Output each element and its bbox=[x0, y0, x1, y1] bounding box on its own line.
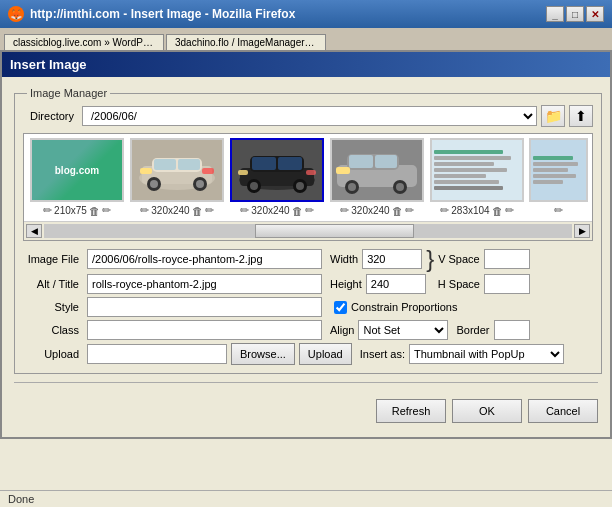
border-label: Border bbox=[456, 324, 489, 336]
svg-point-9 bbox=[196, 180, 204, 188]
delete-icon-2[interactable]: 🗑 bbox=[192, 205, 203, 217]
alt-title-row: Alt / Title Height H Space bbox=[23, 274, 593, 294]
height-label: Height bbox=[330, 278, 362, 290]
image-thumb-6[interactable] bbox=[529, 138, 588, 202]
maximize-button[interactable]: □ bbox=[566, 6, 584, 22]
upload-label: Upload bbox=[23, 348, 83, 360]
browser-titlebar: 🦊 http://imthi.com - Insert Image - Mozi… bbox=[0, 0, 612, 28]
vspace-input[interactable] bbox=[484, 249, 530, 269]
image-meta-6: ✏ bbox=[554, 204, 563, 217]
image-size-4: 320x240 bbox=[351, 205, 389, 216]
image-thumb-3[interactable] bbox=[230, 138, 324, 202]
group-box-legend: Image Manager bbox=[27, 87, 110, 99]
refresh-button[interactable]: Refresh bbox=[376, 399, 446, 423]
dialog-titlebar: Insert Image bbox=[2, 52, 610, 77]
pencil2-icon-3[interactable]: ✏ bbox=[305, 204, 314, 217]
bottom-buttons: Refresh OK Cancel bbox=[14, 393, 598, 427]
delete-icon-1[interactable]: 🗑 bbox=[89, 205, 100, 217]
pencil2-icon-1[interactable]: ✏ bbox=[102, 204, 111, 217]
image-manager-groupbox: Image Manager Directory /2006/06/ 📁 ⬆ bbox=[14, 87, 602, 374]
class-input[interactable] bbox=[87, 320, 322, 340]
dialog: Insert Image Image Manager Directory /20… bbox=[0, 50, 612, 439]
align-select[interactable]: Not Set Left Right Top Middle Bottom bbox=[358, 320, 448, 340]
image-thumb-4[interactable] bbox=[330, 138, 424, 202]
ok-button[interactable]: OK bbox=[452, 399, 522, 423]
svg-rect-4 bbox=[154, 159, 176, 170]
firefox-icon: 🦊 bbox=[8, 6, 24, 22]
svg-point-21 bbox=[296, 182, 304, 190]
thumb-car1 bbox=[132, 140, 222, 200]
upload-row: Upload Browse... Upload Insert as: Thumb… bbox=[23, 343, 593, 365]
alt-title-input[interactable] bbox=[87, 274, 322, 294]
pencil2-icon-5[interactable]: ✏ bbox=[505, 204, 514, 217]
width-label: Width bbox=[330, 253, 358, 265]
width-input[interactable] bbox=[362, 249, 422, 269]
pencil-icon-2[interactable]: ✏ bbox=[140, 204, 149, 217]
pencil-icon-1[interactable]: ✏ bbox=[43, 204, 52, 217]
upload-icon-btn[interactable]: ⬆ bbox=[569, 105, 593, 127]
constrain-checkbox[interactable] bbox=[334, 301, 347, 314]
svg-point-19 bbox=[250, 182, 258, 190]
browse-button[interactable]: Browse... bbox=[231, 343, 295, 365]
tab-1[interactable]: classicblog.live.com » WordPress Plugin … bbox=[4, 34, 164, 50]
thumb-green: blog.com bbox=[32, 140, 122, 200]
minimize-button[interactable]: _ bbox=[546, 6, 564, 22]
svg-point-32 bbox=[396, 183, 404, 191]
scroll-track[interactable] bbox=[44, 224, 572, 238]
style-input[interactable] bbox=[87, 297, 322, 317]
svg-rect-28 bbox=[375, 155, 397, 168]
dialog-content: Image Manager Directory /2006/06/ 📁 ⬆ bbox=[2, 77, 610, 437]
hspace-input[interactable] bbox=[484, 274, 530, 294]
scroll-left-button[interactable]: ◀ bbox=[26, 224, 42, 238]
image-thumb-1[interactable]: blog.com bbox=[30, 138, 124, 202]
pencil2-icon-2[interactable]: ✏ bbox=[205, 204, 214, 217]
browser-title: http://imthi.com - Insert Image - Mozill… bbox=[30, 7, 295, 21]
separator bbox=[14, 382, 598, 383]
folder-icon-btn[interactable]: 📁 bbox=[541, 105, 565, 127]
svg-rect-23 bbox=[306, 170, 316, 175]
height-input[interactable] bbox=[366, 274, 426, 294]
list-item[interactable]: ✏ 320x240 🗑 ✏ bbox=[328, 138, 426, 217]
delete-icon-4[interactable]: 🗑 bbox=[392, 205, 403, 217]
image-meta-1: ✏ 210x75 🗑 ✏ bbox=[43, 204, 111, 217]
image-gallery: blog.com ✏ 210x75 🗑 ✏ bbox=[23, 133, 593, 241]
class-label: Class bbox=[23, 324, 83, 336]
image-file-input[interactable] bbox=[87, 249, 322, 269]
list-item[interactable]: blog.com ✏ 210x75 🗑 ✏ bbox=[28, 138, 126, 217]
directory-label: Directory bbox=[23, 110, 78, 122]
delete-icon-3[interactable]: 🗑 bbox=[292, 205, 303, 217]
tab-2[interactable]: 3dachino.flo / ImageManager 2.0 bbox=[166, 34, 326, 50]
constrain-label: Constrain Proportions bbox=[351, 301, 457, 313]
svg-rect-10 bbox=[140, 168, 152, 174]
bracket: } bbox=[426, 247, 434, 271]
pencil-icon-3[interactable]: ✏ bbox=[240, 204, 249, 217]
image-thumb-2[interactable] bbox=[130, 138, 224, 202]
list-item[interactable]: ✏ bbox=[528, 138, 588, 217]
cancel-button[interactable]: Cancel bbox=[528, 399, 598, 423]
close-button[interactable]: ✕ bbox=[586, 6, 604, 22]
directory-select[interactable]: /2006/06/ bbox=[82, 106, 537, 126]
hspace-label: H Space bbox=[438, 278, 480, 290]
statusbar-text: Done bbox=[8, 493, 34, 505]
scroll-thumb[interactable] bbox=[255, 224, 413, 238]
svg-point-30 bbox=[348, 183, 356, 191]
svg-rect-33 bbox=[336, 167, 350, 174]
image-meta-3: ✏ 320x240 🗑 ✏ bbox=[240, 204, 313, 217]
image-thumb-5[interactable] bbox=[430, 138, 524, 202]
list-item[interactable]: ✏ 320x240 🗑 ✏ bbox=[128, 138, 226, 217]
insert-as-select[interactable]: Thumbnail with PopUp Full Image Link onl… bbox=[409, 344, 564, 364]
delete-icon-5[interactable]: 🗑 bbox=[492, 205, 503, 217]
upload-button[interactable]: Upload bbox=[299, 343, 352, 365]
list-item[interactable]: ✏ 283x104 🗑 ✏ bbox=[428, 138, 526, 217]
border-input[interactable] bbox=[494, 320, 530, 340]
image-size-1: 210x75 bbox=[54, 205, 87, 216]
pencil-icon-6[interactable]: ✏ bbox=[554, 204, 563, 217]
list-item[interactable]: ✏ 320x240 🗑 ✏ bbox=[228, 138, 326, 217]
pencil-icon-4[interactable]: ✏ bbox=[340, 204, 349, 217]
gallery-scrollbar: ◀ ▶ bbox=[24, 221, 592, 240]
scroll-right-button[interactable]: ▶ bbox=[574, 224, 590, 238]
pencil2-icon-4[interactable]: ✏ bbox=[405, 204, 414, 217]
svg-rect-27 bbox=[349, 155, 373, 168]
upload-path-input[interactable] bbox=[87, 344, 227, 364]
pencil-icon-5[interactable]: ✏ bbox=[440, 204, 449, 217]
